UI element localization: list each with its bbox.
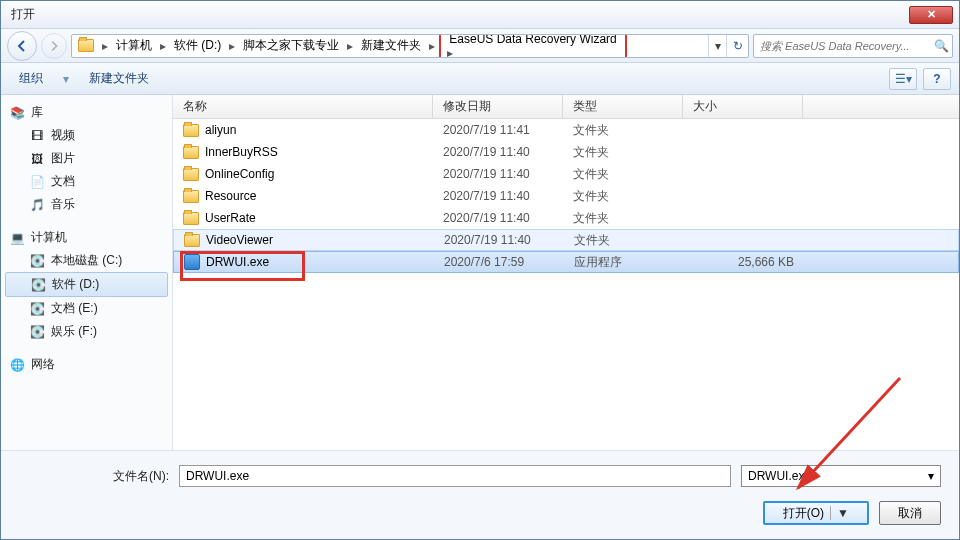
drive-icon: 💽 xyxy=(29,253,45,269)
new-folder-button[interactable]: 新建文件夹 xyxy=(79,66,159,91)
drive-icon: 💽 xyxy=(29,301,45,317)
file-type: 文件夹 xyxy=(563,210,683,227)
file-date: 2020/7/19 11:40 xyxy=(433,189,563,203)
sidebar-item-music[interactable]: 🎵音乐 xyxy=(1,193,172,216)
folder-icon xyxy=(183,190,199,203)
file-name: UserRate xyxy=(205,211,256,225)
navbar: ▸ 计算机▸ 软件 (D:)▸ 脚本之家下载专业▸ 新建文件夹▸ EaseUS … xyxy=(1,29,959,63)
file-date: 2020/7/6 17:59 xyxy=(434,255,564,269)
library-icon: 📚 xyxy=(9,105,25,121)
address-dropdown[interactable]: ▾ xyxy=(708,35,726,57)
folder-icon xyxy=(183,168,199,181)
breadcrumb[interactable]: EaseUS Data Recovery Wizard xyxy=(445,34,620,46)
file-size: 25,666 KB xyxy=(684,255,804,269)
file-type: 文件夹 xyxy=(563,144,683,161)
organize-menu[interactable]: 组织 xyxy=(9,66,53,91)
sidebar-item-pictures[interactable]: 🖼图片 xyxy=(1,147,172,170)
sidebar-item-video[interactable]: 🎞视频 xyxy=(1,124,172,147)
file-row[interactable]: OnlineConfig2020/7/19 11:40文件夹 xyxy=(173,163,959,185)
file-type: 文件夹 xyxy=(563,122,683,139)
filename-label: 文件名(N): xyxy=(19,468,169,485)
file-name: Resource xyxy=(205,189,256,203)
close-button[interactable]: ✕ xyxy=(909,6,953,24)
back-button[interactable] xyxy=(7,31,37,61)
annotation-redbox-file xyxy=(180,251,305,281)
column-headers: 名称 修改日期 类型 大小 xyxy=(173,95,959,119)
window-title: 打开 xyxy=(7,6,909,23)
file-row[interactable]: aliyun2020/7/19 11:41文件夹 xyxy=(173,119,959,141)
breadcrumb[interactable]: 计算机 xyxy=(110,35,158,57)
bottom-panel: 文件名(N): DRWUI.exe▾ 打开(O)▼ 取消 xyxy=(1,450,959,539)
folder-icon xyxy=(183,124,199,137)
breadcrumb[interactable]: 脚本之家下载专业 xyxy=(237,35,345,57)
cancel-button[interactable]: 取消 xyxy=(879,501,941,525)
folder-icon xyxy=(183,212,199,225)
file-name: VideoViewer xyxy=(206,233,273,247)
help-button[interactable]: ? xyxy=(923,68,951,90)
titlebar: 打开 ✕ xyxy=(1,1,959,29)
file-date: 2020/7/19 11:40 xyxy=(433,167,563,181)
documents-icon: 📄 xyxy=(29,174,45,190)
pictures-icon: 🖼 xyxy=(29,151,45,167)
open-dialog: 打开 ✕ ▸ 计算机▸ 软件 (D:)▸ 脚本之家下载专业▸ 新建文件夹▸ Ea… xyxy=(0,0,960,540)
file-date: 2020/7/19 11:41 xyxy=(433,123,563,137)
drive-icon: 💽 xyxy=(29,324,45,340)
computer-icon: 💻 xyxy=(9,230,25,246)
sidebar-network[interactable]: 🌐网络 xyxy=(1,353,172,376)
sidebar-library[interactable]: 📚库 xyxy=(1,101,172,124)
file-date: 2020/7/19 11:40 xyxy=(434,233,564,247)
file-type: 应用程序 xyxy=(564,254,684,271)
file-rows: aliyun2020/7/19 11:41文件夹InnerBuyRSS2020/… xyxy=(173,119,959,450)
breadcrumb-current-highlight: EaseUS Data Recovery Wizard ▸ xyxy=(439,34,626,58)
file-date: 2020/7/19 11:40 xyxy=(433,145,563,159)
toolbar: 组织 ▾ 新建文件夹 ☰▾ ? xyxy=(1,63,959,95)
file-name: InnerBuyRSS xyxy=(205,145,278,159)
body: 📚库 🎞视频 🖼图片 📄文档 🎵音乐 💻计算机 💽本地磁盘 (C:) 💽软件 (… xyxy=(1,95,959,450)
filename-input[interactable] xyxy=(179,465,731,487)
search-box[interactable]: 🔍 xyxy=(753,34,953,58)
file-date: 2020/7/19 11:40 xyxy=(433,211,563,225)
open-button-drop[interactable]: ▼ xyxy=(830,506,849,520)
forward-button[interactable] xyxy=(41,33,67,59)
music-icon: 🎵 xyxy=(29,197,45,213)
breadcrumb[interactable]: 软件 (D:) xyxy=(168,35,227,57)
file-row[interactable]: UserRate2020/7/19 11:40文件夹 xyxy=(173,207,959,229)
filetype-dropdown[interactable]: DRWUI.exe▾ xyxy=(741,465,941,487)
sidebar-item-drive-e[interactable]: 💽文档 (E:) xyxy=(1,297,172,320)
sidebar-item-drive-d[interactable]: 💽软件 (D:) xyxy=(5,272,168,297)
file-row[interactable]: InnerBuyRSS2020/7/19 11:40文件夹 xyxy=(173,141,959,163)
drive-icon: 💽 xyxy=(30,277,46,293)
col-type[interactable]: 类型 xyxy=(563,95,683,118)
file-name: aliyun xyxy=(205,123,236,137)
file-name: OnlineConfig xyxy=(205,167,274,181)
chevron-down-icon: ▾ xyxy=(928,469,934,483)
file-type: 文件夹 xyxy=(563,188,683,205)
arrow-right-icon xyxy=(48,40,60,52)
sidebar-item-drive-f[interactable]: 💽娱乐 (F:) xyxy=(1,320,172,343)
file-row[interactable]: Resource2020/7/19 11:40文件夹 xyxy=(173,185,959,207)
breadcrumb[interactable]: 新建文件夹 xyxy=(355,35,427,57)
file-row[interactable]: VideoViewer2020/7/19 11:40文件夹 xyxy=(173,229,959,251)
view-options-button[interactable]: ☰▾ xyxy=(889,68,917,90)
folder-icon xyxy=(183,146,199,159)
col-name[interactable]: 名称 xyxy=(173,95,433,118)
file-type: 文件夹 xyxy=(563,166,683,183)
folder-icon xyxy=(184,234,200,247)
network-icon: 🌐 xyxy=(9,357,25,373)
arrow-left-icon xyxy=(15,39,29,53)
file-type: 文件夹 xyxy=(564,232,684,249)
search-icon[interactable]: 🔍 xyxy=(930,39,952,53)
sidebar-computer[interactable]: 💻计算机 xyxy=(1,226,172,249)
folder-icon xyxy=(76,36,96,56)
refresh-button[interactable]: ↻ xyxy=(726,35,748,57)
sidebar-item-drive-c[interactable]: 💽本地磁盘 (C:) xyxy=(1,249,172,272)
col-size[interactable]: 大小 xyxy=(683,95,803,118)
search-input[interactable] xyxy=(754,40,930,52)
address-bar[interactable]: ▸ 计算机▸ 软件 (D:)▸ 脚本之家下载专业▸ 新建文件夹▸ EaseUS … xyxy=(71,34,749,58)
open-button[interactable]: 打开(O)▼ xyxy=(763,501,869,525)
sidebar-item-documents[interactable]: 📄文档 xyxy=(1,170,172,193)
video-icon: 🎞 xyxy=(29,128,45,144)
col-date[interactable]: 修改日期 xyxy=(433,95,563,118)
sidebar: 📚库 🎞视频 🖼图片 📄文档 🎵音乐 💻计算机 💽本地磁盘 (C:) 💽软件 (… xyxy=(1,95,173,450)
